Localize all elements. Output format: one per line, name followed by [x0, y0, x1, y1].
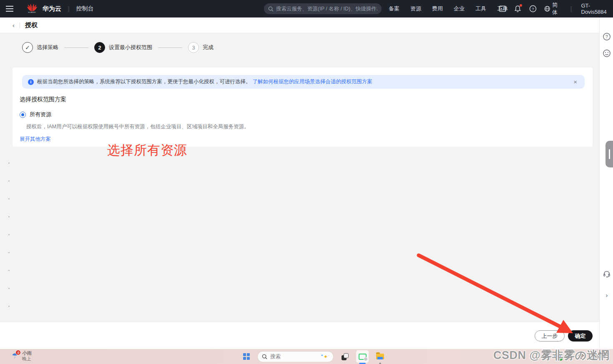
step-2-number: 2: [94, 42, 105, 53]
step-1-select-policy[interactable]: ✓ 选择策略: [22, 42, 58, 53]
recommendation-banner: i 根据当前您所选择的策略，系统推荐以下授权范围方案，更便于您最小化授权，可进行…: [22, 75, 585, 89]
header-divider: [20, 22, 20, 28]
huawei-flower-icon: [27, 3, 38, 12]
global-search[interactable]: [264, 3, 382, 14]
onedrive-cloud-icon[interactable]: [554, 353, 561, 360]
rail-support-headset-icon[interactable]: [602, 269, 611, 279]
side-panel-handle[interactable]: [605, 141, 613, 167]
huawei-logo[interactable]: HUAWEI: [26, 3, 38, 14]
account-name[interactable]: GT-Dovis5884: [581, 2, 613, 15]
step-3-finish: 3 完成: [188, 42, 214, 53]
folder-icon: [376, 354, 384, 359]
umbrella-rain-icon: ☂9: [12, 352, 18, 360]
nav-item-resources[interactable]: 资源: [410, 5, 421, 12]
radio-all-resources[interactable]: 所有资源: [20, 111, 51, 118]
info-icon: i: [28, 79, 34, 85]
notification-badge-dot: [520, 4, 522, 7]
copilot-sparkle-icon: ✦✦·: [321, 354, 329, 360]
right-utility-rail: ? ›: [599, 17, 613, 349]
notification-bell-icon[interactable]: [514, 5, 521, 13]
nav-links: 备案 资源 费用 企业 工具 工单: [389, 0, 508, 17]
global-search-input[interactable]: [276, 6, 377, 12]
taskbar-weather-widget[interactable]: ☂9 小雨 晚上: [12, 350, 32, 362]
globe-icon: [544, 5, 550, 12]
file-explorer-button[interactable]: [374, 350, 386, 363]
rail-help-icon[interactable]: ?: [602, 32, 611, 41]
console-link[interactable]: 控制台: [76, 5, 94, 12]
nav-item-enterprise[interactable]: 企业: [454, 5, 465, 12]
nav-item-billing[interactable]: 费用: [432, 5, 443, 12]
huawei-wordmark: HUAWEI: [28, 11, 36, 13]
taskbar-search-input[interactable]: [270, 354, 308, 359]
clock-date[interactable]: 2025/6/3: [589, 354, 606, 359]
windows-taskbar: ☂9 小雨 晚上 ✦✦· 5: [0, 349, 613, 364]
task-view-icon: [342, 353, 349, 360]
banner-help-link[interactable]: 了解如何根据您的应用场景选择合适的授权范围方案: [253, 78, 373, 85]
screen-capture-app-button[interactable]: [356, 350, 369, 363]
taskbar-search[interactable]: ✦✦·: [257, 351, 334, 362]
step-done-check-icon: ✓: [22, 42, 33, 53]
banner-close-icon[interactable]: ×: [572, 78, 579, 85]
page-header: ‹ 授权: [0, 17, 599, 33]
windows-logo-icon: [243, 353, 250, 360]
nav-icon-group: ? 简体 | GT-Dovis5884: [499, 0, 613, 17]
tray-app-badge-icon[interactable]: 5: [566, 353, 573, 360]
language-label: 简体: [552, 1, 562, 16]
previous-step-button[interactable]: 上一步: [535, 330, 565, 342]
scope-description: 授权后，IAM用户可以根据权限使用账号中所有资源，包括企业项目、区域项目和全局服…: [26, 123, 249, 130]
wifi-icon[interactable]: [578, 353, 584, 360]
cli-terminal-icon[interactable]: [499, 5, 506, 13]
step-1-label: 选择策略: [37, 44, 58, 51]
screen-capture-icon: [359, 354, 367, 360]
back-chevron-icon[interactable]: ‹: [13, 22, 15, 28]
page-title: 授权: [25, 21, 38, 29]
step-2-label: 设置最小授权范围: [109, 44, 152, 51]
scope-card: i 根据当前您所选择的策略，系统推荐以下授权范围方案，更便于您最小化授权，可进行…: [13, 67, 593, 147]
step-wizard: ✓ 选择策略 2 设置最小授权范围 3 完成: [22, 42, 214, 53]
hamburger-menu-icon[interactable]: [6, 6, 23, 12]
rail-collapse-chevron-icon[interactable]: ›: [602, 290, 611, 299]
radio-label[interactable]: 所有资源: [30, 111, 51, 118]
red-annotation-text: 选择所有资源: [107, 142, 187, 159]
wizard-footer: 上一步 确定: [0, 322, 613, 349]
svg-text:?: ?: [605, 34, 608, 39]
nav-item-beian[interactable]: 备案: [389, 5, 399, 12]
task-view-button[interactable]: [339, 350, 351, 363]
banner-text: 根据当前您所选择的策略，系统推荐以下授权范围方案，更便于您最小化授权，可进行选择…: [37, 78, 251, 85]
brand-name[interactable]: 华为云: [43, 5, 61, 13]
weather-condition: 小雨: [22, 350, 32, 356]
scope-heading: 选择授权范围方案: [20, 96, 66, 103]
nav-item-tools[interactable]: 工具: [475, 5, 486, 12]
step-connector: [158, 47, 182, 48]
step-connector: [64, 47, 88, 48]
help-icon[interactable]: ?: [529, 5, 537, 13]
system-tray: 5 2025/6/3: [554, 349, 606, 364]
weather-alert-badge: 9: [15, 350, 21, 355]
step-3-number: 3: [188, 42, 199, 53]
nav-separator: |: [68, 5, 70, 12]
language-switcher[interactable]: 简体: [544, 1, 562, 16]
windows-start-button[interactable]: [241, 351, 252, 362]
taskbar-center: ✦✦·: [241, 349, 386, 364]
step-3-label: 完成: [203, 44, 214, 51]
top-navbar: HUAWEI 华为云 | 控制台 备案 资源 费用 企业 工具 工单: [0, 0, 613, 17]
search-icon: [262, 354, 267, 359]
radio-selected-icon[interactable]: [20, 112, 26, 118]
search-icon: [268, 6, 274, 12]
red-annotation-arrow: [0, 0, 613, 364]
nav-separator: |: [570, 5, 572, 12]
rail-feedback-smiley-icon[interactable]: [602, 49, 611, 58]
svg-text:?: ?: [532, 7, 534, 11]
step-2-set-scope[interactable]: 2 设置最小授权范围: [94, 42, 152, 53]
weather-time-of-day: 晚上: [22, 356, 32, 362]
confirm-button[interactable]: 确定: [568, 330, 593, 342]
expand-other-plans-link[interactable]: 展开其他方案: [20, 136, 51, 143]
